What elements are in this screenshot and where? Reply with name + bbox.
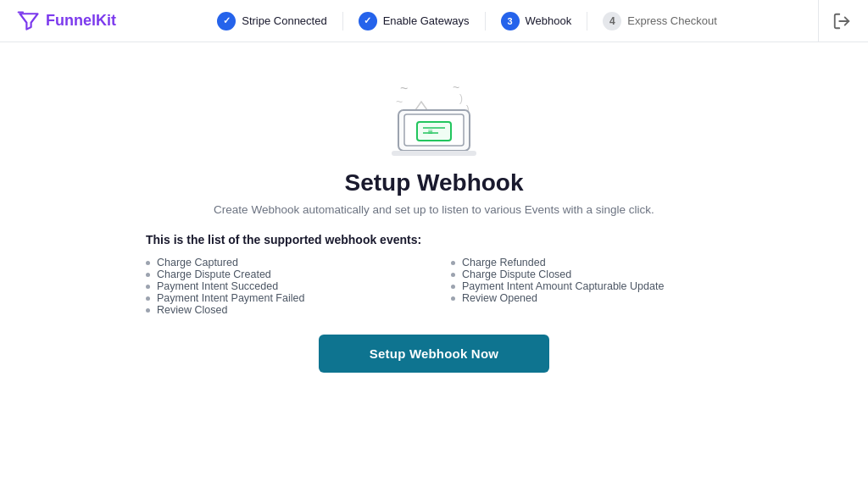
svg-rect-10	[417, 122, 451, 141]
event-item: Charge Refunded	[451, 257, 722, 268]
event-item: Review Closed	[146, 304, 417, 316]
step-enable-gateways[interactable]: ✓ Enable Gateways	[343, 12, 486, 30]
steps-navigation: ✓ Stripe Connected ✓ Enable Gateways 3 W…	[202, 12, 732, 30]
event-label: Charge Refunded	[462, 257, 546, 268]
event-bullet	[451, 261, 455, 265]
step-stripe-connected[interactable]: ✓ Stripe Connected	[202, 12, 342, 30]
event-bullet	[146, 296, 150, 301]
step-circle-1: ✓	[217, 12, 236, 30]
funnelkit-logo-icon	[17, 9, 41, 33]
event-label: Review Closed	[157, 304, 227, 316]
svg-text:~: ~	[400, 81, 408, 96]
step-webhook[interactable]: 3 Webhook	[486, 12, 588, 30]
event-item: Review Opened	[451, 292, 722, 304]
event-bullet	[451, 285, 455, 289]
event-item: Payment Intent Amount Capturable Update	[451, 280, 722, 292]
svg-rect-14	[392, 151, 476, 156]
event-item: Charge Dispute Created	[146, 268, 417, 280]
event-item: Charge Dispute Closed	[451, 268, 722, 280]
step-label-4: Express Checkout	[627, 14, 717, 27]
check-icon-1: ✓	[223, 15, 231, 26]
svg-text:~: ~	[396, 95, 403, 108]
event-bullet	[146, 285, 150, 289]
event-item: Payment Intent Payment Failed	[146, 292, 417, 304]
svg-text:): )	[459, 92, 463, 104]
header: FunnelKit ✓ Stripe Connected ✓ Enable Ga…	[0, 0, 868, 42]
event-item: Charge Captured	[146, 257, 417, 268]
svg-text:≡: ≡	[428, 127, 433, 136]
events-container: This is the list of the supported webhoo…	[146, 233, 722, 316]
page-title: Setup Webhook	[344, 169, 523, 196]
step-label-2: Enable Gateways	[383, 14, 470, 27]
svg-text:~: ~	[453, 80, 459, 94]
setup-webhook-button[interactable]: Setup Webhook Now	[319, 335, 549, 373]
step-express-checkout[interactable]: 4 Express Checkout	[587, 12, 732, 30]
logo-text: FunnelKit	[46, 12, 116, 30]
header-exit[interactable]	[818, 0, 851, 42]
svg-marker-4	[415, 102, 427, 110]
exit-icon	[832, 12, 851, 30]
event-label: Review Opened	[462, 292, 537, 304]
event-bullet	[146, 308, 150, 313]
check-icon-2: ✓	[364, 15, 371, 26]
event-label: Payment Intent Succeded	[157, 280, 278, 292]
events-right-column: Charge RefundedCharge Dispute ClosedPaym…	[451, 257, 722, 316]
event-label: Charge Captured	[157, 257, 238, 268]
logo: FunnelKit	[17, 9, 116, 33]
events-title: This is the list of the supported webhoo…	[146, 233, 722, 246]
event-label: Charge Dispute Created	[157, 268, 271, 280]
webhook-illustration: ~ ~ ~ ) ) ≡	[375, 59, 493, 161]
event-label: Charge Dispute Closed	[462, 268, 571, 280]
event-label: Payment Intent Amount Capturable Update	[462, 280, 664, 292]
step-label-1: Stripe Connected	[242, 14, 326, 27]
step-circle-3: 3	[501, 12, 520, 30]
step-circle-4: 4	[603, 12, 621, 30]
event-bullet	[451, 273, 455, 277]
page-subtitle: Create Webhook automatically and set up …	[214, 203, 654, 216]
event-item: Payment Intent Succeded	[146, 280, 417, 292]
main-content: ~ ~ ~ ) ) ≡ Setup Webhook Create Webhook…	[0, 42, 868, 373]
step-circle-2: ✓	[359, 12, 377, 30]
event-bullet	[146, 273, 150, 277]
events-left-column: Charge CapturedCharge Dispute CreatedPay…	[146, 257, 417, 316]
event-bullet	[146, 261, 150, 265]
event-bullet	[451, 296, 455, 301]
step-label-3: Webhook	[526, 14, 572, 27]
event-label: Payment Intent Payment Failed	[157, 292, 304, 304]
events-grid: Charge CapturedCharge Dispute CreatedPay…	[146, 257, 722, 316]
